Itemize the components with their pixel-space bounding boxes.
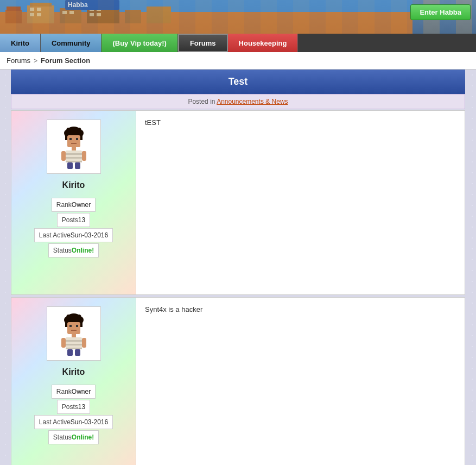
svg-rect-54 xyxy=(66,337,82,349)
svg-rect-12 xyxy=(30,13,34,16)
post-2: Kirito Rank Owner Posts 13 Last Active S… xyxy=(11,297,465,465)
svg-rect-56 xyxy=(66,344,82,345)
svg-rect-57 xyxy=(66,348,82,349)
svg-rect-5 xyxy=(30,3,52,7)
post-2-posts-row: Posts 13 xyxy=(57,400,90,414)
post-1-posts-row: Posts 13 xyxy=(57,213,90,227)
svg-rect-52 xyxy=(71,330,77,331)
post-1-rank-row: Rank Owner xyxy=(52,198,96,212)
post-1-lastactive-value: Sun-03-2016 xyxy=(71,231,108,239)
svg-rect-3 xyxy=(7,7,21,11)
svg-rect-40 xyxy=(67,162,73,169)
post-2-username: Kirito xyxy=(62,367,85,377)
svg-rect-58 xyxy=(61,338,66,348)
svg-rect-8 xyxy=(125,10,141,23)
post-2-avatar xyxy=(55,309,93,358)
enter-button[interactable]: Enter Habba xyxy=(410,4,471,20)
post-2-lastactive-value: Sun-03-2016 xyxy=(71,418,108,426)
post-1-posts-value: 13 xyxy=(78,216,85,224)
banner-decoration: Habba xyxy=(0,0,412,34)
posted-in-label: Posted in xyxy=(188,98,215,105)
svg-rect-33 xyxy=(72,147,76,150)
svg-rect-29 xyxy=(67,135,80,147)
svg-rect-32 xyxy=(71,143,77,144)
svg-rect-61 xyxy=(75,349,80,356)
post-1: Kirito Rank Owner Posts 13 Last Active S… xyxy=(11,110,465,295)
svg-rect-30 xyxy=(69,138,72,140)
post-1-avatar xyxy=(55,122,93,171)
post-1-status-row: Status Online! xyxy=(48,243,99,257)
svg-rect-50 xyxy=(69,325,72,327)
top-banner: Habba Enter Habba xyxy=(0,0,476,34)
tab-kirito[interactable]: Kirito xyxy=(0,34,41,52)
svg-rect-15 xyxy=(69,11,74,14)
tab-forums[interactable]: Forums xyxy=(178,34,228,52)
tab-housekeeping[interactable]: Housekeeping xyxy=(228,34,299,52)
svg-rect-36 xyxy=(66,157,82,159)
svg-rect-41 xyxy=(75,162,80,169)
navigation-tabs: Kirito Community (Buy Vip today!) Forums… xyxy=(0,34,476,52)
svg-rect-51 xyxy=(76,325,78,327)
post-1-username: Kirito xyxy=(62,180,85,190)
rank-label: Rank xyxy=(56,201,72,209)
thread-title: Test xyxy=(11,70,465,94)
post-2-status-row: Status Online! xyxy=(48,430,99,444)
rank-label-2: Rank xyxy=(56,388,72,395)
post-2-user-sidebar: Kirito Rank Owner Posts 13 Last Active S… xyxy=(11,298,136,465)
svg-rect-10 xyxy=(30,8,34,11)
svg-rect-35 xyxy=(66,153,82,155)
svg-point-28 xyxy=(77,128,81,133)
svg-rect-31 xyxy=(76,138,78,140)
svg-rect-11 xyxy=(37,8,41,11)
post-2-posts-value: 13 xyxy=(78,403,85,411)
posted-in-link[interactable]: Announcements & News xyxy=(217,98,288,105)
svg-rect-53 xyxy=(72,334,76,337)
svg-rect-13 xyxy=(37,13,41,16)
svg-rect-49 xyxy=(67,322,80,334)
status-label: Status xyxy=(53,247,72,254)
svg-rect-19 xyxy=(97,13,101,16)
svg-rect-38 xyxy=(61,151,66,161)
post-1-rank-value: Owner xyxy=(72,201,91,209)
post-1-status-value: Online! xyxy=(72,247,94,254)
svg-text:Habba: Habba xyxy=(68,1,88,9)
post-2-lastactive-row: Last Active Sun-03-2016 xyxy=(34,415,113,429)
svg-rect-18 xyxy=(90,13,94,16)
main-content: Test Posted in Announcements & News xyxy=(0,70,476,465)
tab-buyvip[interactable]: (Buy Vip today!) xyxy=(101,34,177,52)
svg-point-47 xyxy=(66,315,71,320)
lastactive-label: Last Active xyxy=(39,231,71,239)
breadcrumb-forums-link[interactable]: Forums xyxy=(7,56,30,65)
svg-point-27 xyxy=(66,128,71,133)
post-2-avatar-frame xyxy=(47,306,101,361)
posted-in-bar: Posted in Announcements & News xyxy=(11,94,465,109)
svg-rect-6 xyxy=(60,8,81,23)
svg-rect-34 xyxy=(66,150,82,162)
svg-rect-39 xyxy=(82,151,86,161)
post-2-rank-row: Rank Owner xyxy=(52,385,96,399)
svg-point-48 xyxy=(77,315,81,320)
breadcrumb-current: Forum Section xyxy=(41,56,90,65)
post-1-lastactive-row: Last Active Sun-03-2016 xyxy=(34,228,113,242)
svg-rect-9 xyxy=(147,7,171,23)
post-2-content: Synt4x is a hacker xyxy=(136,298,465,465)
post-1-content: tEST xyxy=(136,111,465,294)
post-2-status-value: Online! xyxy=(72,433,94,441)
post-1-user-sidebar: Kirito Rank Owner Posts 13 Last Active S… xyxy=(11,111,136,294)
svg-rect-2 xyxy=(5,10,22,23)
status-label-2: Status xyxy=(53,433,72,441)
posts-label-2: Posts xyxy=(62,403,78,411)
posts-label: Posts xyxy=(62,216,78,224)
svg-rect-55 xyxy=(66,340,82,342)
svg-rect-60 xyxy=(67,349,73,356)
tab-community[interactable]: Community xyxy=(41,34,102,52)
breadcrumb-separator: > xyxy=(34,57,37,65)
svg-rect-59 xyxy=(82,338,86,348)
post-1-avatar-frame xyxy=(47,120,101,174)
breadcrumb: Forums > Forum Section xyxy=(0,52,476,70)
svg-rect-37 xyxy=(66,161,82,162)
svg-rect-14 xyxy=(62,11,67,14)
lastactive-label-2: Last Active xyxy=(39,418,71,426)
post-2-rank-value: Owner xyxy=(72,388,91,395)
